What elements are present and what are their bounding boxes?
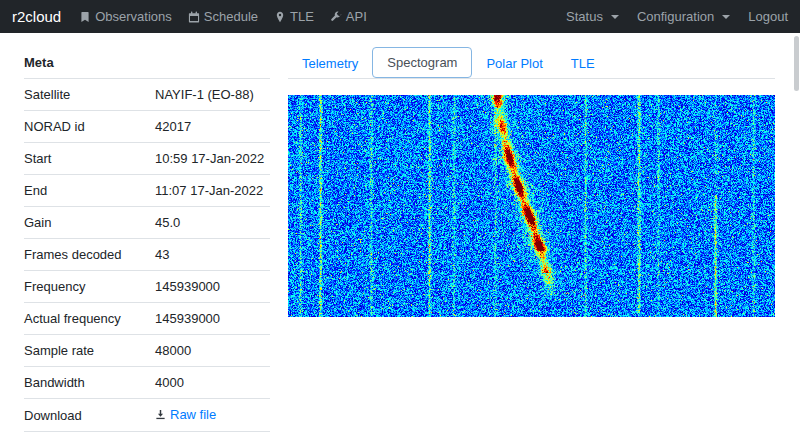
row-label: Bandwidth (24, 367, 155, 399)
row-value: 43 (155, 239, 270, 271)
nav-observations-label: Observations (95, 9, 172, 24)
row-label: Satellite (24, 79, 155, 111)
tab-telemetry[interactable]: Telemetry (288, 49, 372, 78)
table-row: Download Raw file (24, 399, 270, 432)
tab-polar-plot[interactable]: Polar Plot (472, 49, 556, 78)
nav-api[interactable]: API (330, 9, 367, 24)
table-row: Frames decoded 43 (24, 239, 270, 271)
meta-panel: Meta Satellite NAYIF-1 (EO-88) NORAD id … (24, 47, 270, 432)
meta-title: Meta (24, 47, 270, 79)
meta-header-row: Meta (24, 47, 270, 79)
table-row: Start 10:59 17-Jan-2022 (24, 143, 270, 175)
nav-tle[interactable]: TLE (274, 9, 314, 24)
map-marker-icon (274, 11, 286, 23)
secondary-nav: Status Configuration Logout (548, 9, 788, 24)
table-row: NORAD id 42017 (24, 111, 270, 143)
row-label: Download (24, 399, 155, 432)
row-value: 45.0 (155, 207, 270, 239)
table-row: Bandwidth 4000 (24, 367, 270, 399)
status-dropdown[interactable]: Status (566, 9, 619, 24)
calendar-icon (188, 11, 200, 23)
table-row: Frequency 145939000 (24, 271, 270, 303)
logout-link[interactable]: Logout (748, 9, 788, 24)
row-value: 48000 (155, 335, 270, 367)
tab-bar: Telemetry Spectogram Polar Plot TLE (288, 47, 775, 79)
table-row: End 11:07 17-Jan-2022 (24, 175, 270, 207)
chevron-down-icon (722, 15, 730, 19)
observations-icon (79, 11, 91, 23)
navbar: r2cloud Observations Schedule TLE API (0, 0, 800, 33)
raw-file-link[interactable]: Raw file (155, 407, 216, 422)
tab-spectogram[interactable]: Spectogram (372, 47, 472, 78)
row-value: 42017 (155, 111, 270, 143)
brand[interactable]: r2cloud (12, 8, 61, 25)
nav-schedule-label: Schedule (204, 9, 258, 24)
row-label: Gain (24, 207, 155, 239)
spectrogram-image (288, 95, 775, 317)
row-value: 10:59 17-Jan-2022 (155, 143, 270, 175)
status-dropdown-label: Status (566, 9, 603, 24)
row-label: NORAD id (24, 111, 155, 143)
nav-schedule[interactable]: Schedule (188, 9, 258, 24)
scrollbar-thumb[interactable] (794, 36, 799, 91)
row-label: Sample rate (24, 335, 155, 367)
meta-table: Meta Satellite NAYIF-1 (EO-88) NORAD id … (24, 47, 270, 432)
row-label: Start (24, 143, 155, 175)
row-value: NAYIF-1 (EO-88) (155, 79, 270, 111)
row-value: 145939000 (155, 271, 270, 303)
configuration-dropdown[interactable]: Configuration (637, 9, 730, 24)
row-label: End (24, 175, 155, 207)
table-row: Actual frequency 145939000 (24, 303, 270, 335)
observation-panel: Telemetry Spectogram Polar Plot TLE (288, 47, 775, 432)
table-row: Gain 45.0 (24, 207, 270, 239)
nav-observations[interactable]: Observations (79, 9, 172, 24)
row-label: Frames decoded (24, 239, 155, 271)
logout-label: Logout (748, 9, 788, 24)
table-row: Sample rate 48000 (24, 335, 270, 367)
tab-tle[interactable]: TLE (557, 49, 609, 78)
main-nav: Observations Schedule TLE API (79, 9, 383, 24)
configuration-dropdown-label: Configuration (637, 9, 714, 24)
table-row: Satellite NAYIF-1 (EO-88) (24, 79, 270, 111)
row-value: 145939000 (155, 303, 270, 335)
row-value: 4000 (155, 367, 270, 399)
nav-api-label: API (346, 9, 367, 24)
nav-tle-label: TLE (290, 9, 314, 24)
row-label: Frequency (24, 271, 155, 303)
row-label: Actual frequency (24, 303, 155, 335)
download-icon (155, 409, 166, 420)
wrench-icon (330, 11, 342, 23)
raw-file-label: Raw file (170, 407, 216, 422)
content: Meta Satellite NAYIF-1 (EO-88) NORAD id … (0, 33, 800, 432)
row-value: 11:07 17-Jan-2022 (155, 175, 270, 207)
chevron-down-icon (611, 15, 619, 19)
